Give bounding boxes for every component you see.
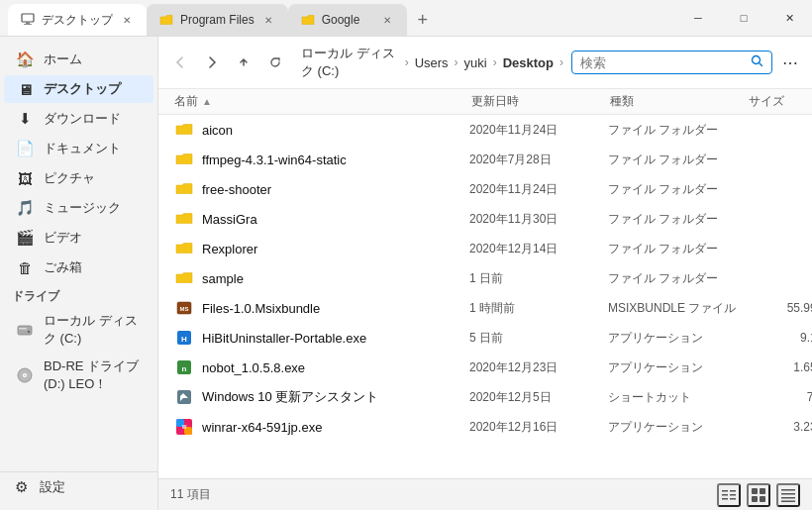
file-date: 2020年12月14日 <box>469 241 608 257</box>
file-type: アプリケーション <box>608 419 747 436</box>
sidebar-item-local-c[interactable]: ローカル ディスク (C:) <box>4 308 153 352</box>
svg-point-8 <box>24 374 26 376</box>
svg-rect-5 <box>19 328 27 330</box>
sidebar-item-music[interactable]: 🎵 ミュージック <box>4 194 153 222</box>
tab-google-close[interactable]: ✕ <box>379 12 395 28</box>
file-name: free-shooter <box>202 182 469 197</box>
sidebar-item-pictures[interactable]: 🖼 ピクチャ <box>4 164 153 192</box>
file-row[interactable]: n nobot_1.0.5.8.exe 2020年12月23日 アプリケーション… <box>158 353 812 382</box>
sidebar-item-home[interactable]: 🏠 ホーム <box>4 46 153 73</box>
breadcrumb-desktop[interactable]: Desktop <box>499 53 558 72</box>
sidebar-settings[interactable]: ⚙ 設定 <box>0 471 157 502</box>
sidebar-spacer <box>0 398 157 467</box>
file-row[interactable]: aicon 2020年11月24日 ファイル フォルダー <box>158 115 812 145</box>
file-name: Rexplorer <box>202 242 469 256</box>
file-row[interactable]: Windows 10 更新アシスタント 2020年12月5日 ショートカット 7… <box>158 382 812 412</box>
sidebar-pictures-label: ピクチャ <box>44 169 95 187</box>
file-size: 9.1 MB <box>747 331 812 345</box>
drives-section-label: ドライブ <box>0 282 157 307</box>
sidebar-bd-re-label: BD-RE ドライブ (D:) LEO！ <box>44 357 142 393</box>
tab-program-files-close[interactable]: ✕ <box>260 12 276 28</box>
tab-program-files-label: Program Files <box>180 13 254 27</box>
file-icon <box>174 268 194 288</box>
status-icons <box>717 483 800 507</box>
sidebar-documents-label: ドキュメント <box>44 140 121 157</box>
file-row[interactable]: H HiBitUninstaller-Portable.exe 5 日前 アプリ… <box>158 323 812 353</box>
sidebar-item-bd-re[interactable]: BD-RE ドライブ (D:) LEO！ <box>4 354 153 397</box>
file-date: 2020年12月23日 <box>469 359 608 376</box>
sidebar-item-trash[interactable]: 🗑 ごみ箱 <box>4 254 153 281</box>
file-row[interactable]: Rexplorer 2020年12月14日 ファイル フォルダー <box>158 234 812 263</box>
col-header-size[interactable]: サイズ <box>749 93 812 110</box>
back-button[interactable] <box>166 49 194 76</box>
home-icon: 🏠 <box>16 51 34 68</box>
sort-view-button[interactable] <box>717 483 741 507</box>
file-date: 1 時間前 <box>469 300 608 317</box>
breadcrumb-users[interactable]: Users <box>411 53 453 72</box>
breadcrumb-yuki[interactable]: yuki <box>460 53 491 72</box>
search-icon[interactable] <box>751 54 763 70</box>
window-controls: ─ □ ✕ <box>675 2 812 34</box>
sidebar-item-downloads[interactable]: ⬇ ダウンロード <box>4 105 153 133</box>
file-name: Files-1.0.Msixbundle <box>202 301 469 316</box>
breadcrumb-sep-4: › <box>559 55 563 69</box>
tab-desktop[interactable]: デスクトップ ✕ <box>8 4 147 36</box>
tab-google-label: Google <box>322 13 373 27</box>
up-button[interactable] <box>230 49 257 76</box>
col-header-date[interactable]: 更新日時 <box>471 93 610 110</box>
maximize-button[interactable]: □ <box>721 2 766 34</box>
file-type: アプリケーション <box>608 359 747 376</box>
file-row[interactable]: sample 1 日前 ファイル フォルダー <box>158 263 812 293</box>
sidebar-item-videos[interactable]: 🎬 ビデオ <box>4 224 153 252</box>
file-row[interactable]: MassiGra 2020年11月30日 ファイル フォルダー <box>158 204 812 234</box>
file-type: ファイル フォルダー <box>608 241 747 257</box>
file-row[interactable]: free-shooter 2020年11月24日 ファイル フォルダー <box>158 174 812 204</box>
file-date: 2020年7月28日 <box>469 152 608 168</box>
file-type: MSIXBUNDLE ファイル <box>608 300 747 317</box>
tab-list: デスクトップ ✕ Program Files ✕ Google ✕ + <box>8 0 675 36</box>
breadcrumb-local-c[interactable]: ローカル ディスク (C:) <box>297 43 403 82</box>
new-tab-button[interactable]: + <box>407 4 439 36</box>
svg-rect-1 <box>26 22 30 24</box>
tab-program-files[interactable]: Program Files ✕ <box>147 4 288 36</box>
forward-button[interactable] <box>198 49 226 76</box>
file-date: 2020年11月30日 <box>469 211 608 228</box>
tab-google[interactable]: Google ✕ <box>288 4 407 36</box>
close-button[interactable]: ✕ <box>766 2 812 34</box>
file-icon <box>174 209 194 229</box>
file-row[interactable]: W winrar-x64-591jp.exe 2020年12月16日 アプリケー… <box>158 412 812 442</box>
bd-re-icon <box>16 366 34 384</box>
sidebar-item-documents[interactable]: 📄 ドキュメント <box>4 135 153 162</box>
svg-rect-31 <box>781 489 795 491</box>
details-view-button[interactable] <box>776 483 800 507</box>
svg-rect-0 <box>22 14 34 22</box>
file-name: aicon <box>202 123 469 138</box>
sidebar-item-desktop[interactable]: 🖥 デスクトップ <box>4 75 153 103</box>
svg-text:H: H <box>181 335 187 344</box>
file-date: 2020年12月5日 <box>469 389 608 406</box>
file-icon <box>174 179 194 199</box>
sidebar-downloads-label: ダウンロード <box>44 110 121 128</box>
file-row[interactable]: MS Files-1.0.Msixbundle 1 時間前 MSIXBUNDLE… <box>158 293 812 323</box>
minimize-button[interactable]: ─ <box>675 2 721 34</box>
refresh-button[interactable] <box>261 49 289 76</box>
svg-rect-27 <box>752 488 758 494</box>
svg-rect-21 <box>722 490 728 492</box>
svg-rect-25 <box>730 494 736 496</box>
sidebar-home-label: ホーム <box>44 51 82 68</box>
address-bar: ローカル ディスク (C:) › Users › yuki › Desktop … <box>158 37 812 89</box>
svg-point-9 <box>753 56 761 64</box>
grid-view-button[interactable] <box>747 483 770 507</box>
file-icon <box>174 150 194 169</box>
col-header-type[interactable]: 種類 <box>610 93 749 110</box>
breadcrumb: ローカル ディスク (C:) › Users › yuki › Desktop … <box>293 43 567 82</box>
col-header-name[interactable]: 名前 ▲ <box>174 93 471 110</box>
search-input[interactable] <box>580 55 747 70</box>
file-icon <box>174 239 194 258</box>
tab-desktop-close[interactable]: ✕ <box>119 12 135 28</box>
more-options-button[interactable]: ⋯ <box>776 49 804 76</box>
local-disk-icon <box>16 321 34 339</box>
file-row[interactable]: ffmpeg-4.3.1-win64-static 2020年7月28日 ファイ… <box>158 145 812 174</box>
sidebar-settings-label: 設定 <box>40 478 65 496</box>
file-name: ffmpeg-4.3.1-win64-static <box>202 153 469 167</box>
